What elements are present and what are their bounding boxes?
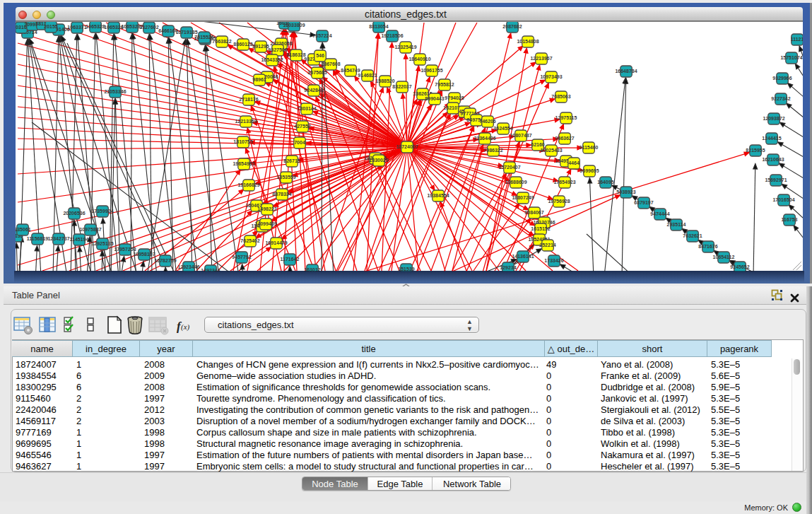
svg-text:9227342: 9227342 [771, 96, 790, 101]
svg-text:7986322: 7986322 [483, 148, 502, 153]
svg-text:19756928: 19756928 [548, 199, 570, 204]
svg-text:15720407: 15720407 [498, 165, 520, 170]
svg-text:9084067: 9084067 [524, 210, 543, 215]
svg-text:9115460: 9115460 [579, 145, 599, 150]
svg-text:12975115: 12975115 [555, 115, 577, 120]
svg-text:9463627: 9463627 [555, 136, 574, 141]
svg-text:546: 546 [316, 53, 324, 58]
svg-text:16033809: 16033809 [283, 23, 305, 28]
svg-text:11156819: 11156819 [27, 236, 48, 241]
svg-text:17359924: 17359924 [91, 209, 113, 214]
svg-text:252214: 252214 [539, 243, 555, 247]
svg-text:1244415: 1244415 [762, 136, 781, 141]
svg-text:10025433: 10025433 [540, 148, 562, 153]
svg-text:9329966: 9329966 [772, 76, 792, 81]
svg-text:835061: 835061 [16, 227, 31, 232]
svg-text:19218506: 19218506 [381, 33, 403, 38]
svg-text:9327500: 9327500 [268, 47, 287, 52]
svg-text:8860128: 8860128 [233, 42, 252, 47]
svg-text:10958107: 10958107 [133, 252, 155, 257]
svg-text:16914479: 16914479 [265, 240, 287, 245]
svg-text:18724007: 18724007 [396, 144, 418, 149]
svg-text:9699695: 9699695 [579, 168, 599, 173]
svg-text:1830029: 1830029 [369, 158, 388, 163]
svg-text:5938923: 5938923 [616, 189, 635, 194]
svg-text:15692971: 15692971 [765, 177, 787, 182]
svg-text:427552: 427552 [294, 124, 310, 129]
svg-text:19654985: 19654985 [233, 161, 254, 166]
svg-text:1145194: 1145194 [70, 237, 89, 242]
svg-text:20206536: 20206536 [63, 211, 85, 216]
svg-text:1171642: 1171642 [281, 257, 300, 262]
svg-text:10688609: 10688609 [505, 180, 526, 185]
svg-text:8186328: 8186328 [286, 52, 305, 57]
svg-text:7632621: 7632621 [683, 233, 702, 238]
svg-text:2935114: 2935114 [667, 222, 686, 227]
svg-text:98961: 98961 [252, 77, 266, 82]
svg-text:826715: 826715 [283, 158, 300, 163]
svg-text:8813054: 8813054 [369, 24, 388, 29]
svg-text:16648784: 16648784 [615, 69, 637, 74]
svg-text:1327602: 1327602 [139, 25, 158, 30]
svg-text:8471676: 8471676 [698, 244, 717, 249]
svg-text:7357224: 7357224 [312, 33, 331, 38]
svg-text:17016504: 17016504 [772, 197, 794, 202]
svg-text:10807487: 10807487 [510, 133, 531, 138]
svg-text:4464: 4464 [568, 160, 579, 165]
svg-text:8454749: 8454749 [341, 68, 360, 73]
svg-text:116753: 116753 [782, 217, 798, 222]
svg-text:1615152: 1615152 [531, 226, 550, 231]
svg-text:1063371: 1063371 [67, 25, 86, 30]
svg-text:7803144: 7803144 [297, 106, 316, 111]
svg-text:8215955: 8215955 [746, 148, 765, 153]
svg-text:19166829: 19166829 [237, 182, 259, 187]
svg-text:21364436: 21364436 [473, 136, 495, 141]
svg-text:7625402: 7625402 [240, 238, 259, 243]
svg-text:16543382: 16543382 [261, 57, 283, 62]
svg-text:2087682: 2087682 [502, 24, 522, 29]
svg-text:17654923: 17654923 [553, 180, 575, 185]
svg-text:7955812: 7955812 [435, 82, 454, 87]
svg-text:8322037: 8322037 [392, 84, 411, 89]
svg-text:12342737: 12342737 [47, 236, 69, 241]
svg-text:16782759: 16782759 [154, 258, 176, 263]
svg-text:3624554: 3624554 [493, 126, 512, 131]
svg-text:164095: 164095 [597, 180, 613, 185]
svg-text:746206: 746206 [479, 119, 495, 124]
svg-text:1065328: 1065328 [86, 24, 105, 29]
svg-text:10654112: 10654112 [713, 255, 735, 259]
svg-text:1353559: 1353559 [276, 175, 295, 180]
svg-text:1588520: 1588520 [375, 78, 394, 83]
svg-text:12923446: 12923446 [177, 264, 199, 269]
svg-text:19384554: 19384554 [427, 193, 449, 198]
svg-text:12213967: 12213967 [530, 56, 552, 61]
svg-text:7515526: 7515526 [194, 35, 213, 40]
svg-text:891295: 891295 [252, 44, 269, 49]
svg-text:10961755: 10961755 [420, 68, 442, 73]
svg-text:6879197: 6879197 [634, 200, 653, 205]
svg-text:18640910: 18640910 [408, 57, 430, 62]
svg-text:17957253: 17957253 [114, 247, 136, 252]
svg-text:10154808: 10154808 [517, 39, 539, 44]
svg-text:14136141: 14136141 [512, 254, 534, 259]
svg-text:3675685: 3675685 [307, 70, 326, 75]
svg-text:16210643: 16210643 [762, 157, 784, 162]
svg-text:20155: 20155 [44, 24, 58, 29]
svg-text:10975887: 10975887 [79, 227, 101, 232]
svg-text:129234: 129234 [500, 265, 516, 270]
svg-text:10973493: 10973493 [540, 74, 562, 79]
svg-text:62160: 62160 [531, 142, 545, 147]
svg-text:12325419: 12325419 [394, 45, 416, 49]
svg-text:11121: 11121 [791, 37, 803, 42]
svg-text:1810755: 1810755 [233, 139, 252, 144]
svg-text:2867608: 2867608 [321, 62, 340, 66]
svg-text:7685063: 7685063 [551, 94, 570, 99]
svg-text:8878334: 8878334 [272, 192, 291, 197]
svg-text:12093872: 12093872 [763, 116, 784, 121]
svg-text:9474444: 9474444 [650, 211, 669, 216]
svg-text:21053346: 21053346 [104, 89, 126, 94]
svg-text:1498222: 1498222 [257, 206, 276, 211]
svg-text:1733426: 1733426 [544, 258, 563, 263]
svg-text:15751074: 15751074 [780, 55, 802, 60]
svg-text:2718176: 2718176 [239, 97, 258, 102]
